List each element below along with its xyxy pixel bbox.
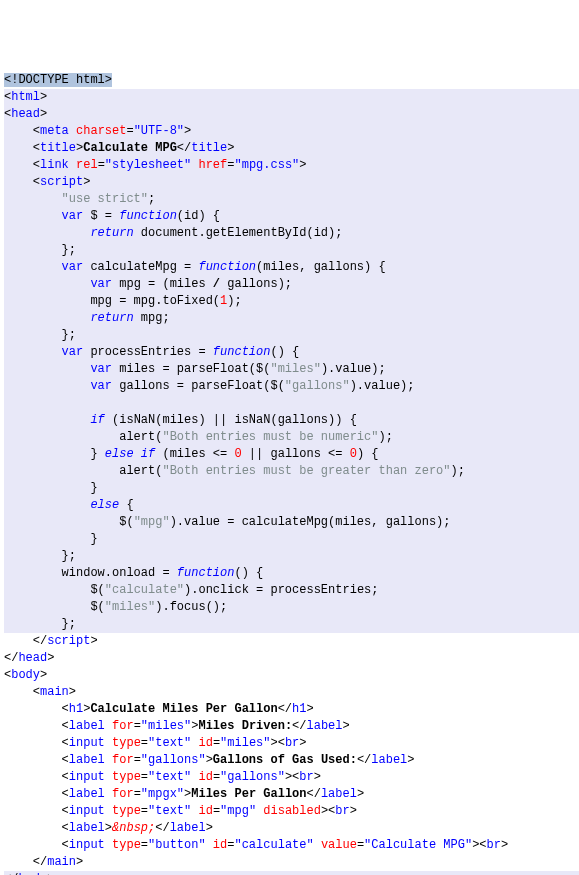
- code-line: <main>: [4, 684, 579, 701]
- code-line: var miles = parseFloat($("miles").value)…: [4, 361, 579, 378]
- code-line: </head>: [4, 650, 579, 667]
- code-line: <label>&nbsp;</label>: [4, 820, 579, 837]
- code-line: <title>Calculate MPG</title>: [4, 140, 579, 157]
- code-line: };: [4, 548, 579, 565]
- code-line: if (isNaN(miles) || isNaN(gallons)) {: [4, 412, 579, 429]
- code-line: }: [4, 531, 579, 548]
- code-line: <meta charset="UTF-8">: [4, 123, 579, 140]
- code-line: }: [4, 480, 579, 497]
- code-line: return document.getElementById(id);: [4, 225, 579, 242]
- code-line: return mpg;: [4, 310, 579, 327]
- code-line: var mpg = (miles / gallons);: [4, 276, 579, 293]
- code-line: <input type="text" id="miles"><br>: [4, 735, 579, 752]
- code-line: <input type="text" id="mpg" disabled><br…: [4, 803, 579, 820]
- code-line: $("calculate").onclick = processEntries;: [4, 582, 579, 599]
- code-line: </body>: [4, 871, 579, 875]
- code-line: </script>: [4, 633, 579, 650]
- code-line: var calculateMpg = function(miles, gallo…: [4, 259, 579, 276]
- code-line: <head>: [4, 106, 579, 123]
- code-line: "use strict";: [4, 191, 579, 208]
- code-line: mpg = mpg.toFixed(1);: [4, 293, 579, 310]
- code-line: window.onload = function() {: [4, 565, 579, 582]
- code-line: <input type="text" id="gallons"><br>: [4, 769, 579, 786]
- code-line: <label for="gallons">Gallons of Gas Used…: [4, 752, 579, 769]
- code-line: <label for="miles">Miles Driven:</label>: [4, 718, 579, 735]
- code-line: var processEntries = function() {: [4, 344, 579, 361]
- code-line: var gallons = parseFloat($("gallons").va…: [4, 378, 579, 395]
- code-line: };: [4, 242, 579, 259]
- code-line: <input type="button" id="calculate" valu…: [4, 837, 579, 854]
- code-line: alert("Both entries must be greater than…: [4, 463, 579, 480]
- code-line: <html>: [4, 89, 579, 106]
- code-line: <link rel="stylesheet" href="mpg.css">: [4, 157, 579, 174]
- code-line: var $ = function(id) {: [4, 208, 579, 225]
- code-editor: <!DOCTYPE html><html><head> <meta charse…: [4, 72, 579, 875]
- code-line: <!DOCTYPE html>: [4, 72, 579, 89]
- code-line: </main>: [4, 854, 579, 871]
- code-line: <body>: [4, 667, 579, 684]
- code-line: $("miles").focus();: [4, 599, 579, 616]
- code-line: [4, 395, 579, 412]
- code-line: };: [4, 327, 579, 344]
- code-line: else {: [4, 497, 579, 514]
- code-line: $("mpg").value = calculateMpg(miles, gal…: [4, 514, 579, 531]
- code-line: };: [4, 616, 579, 633]
- code-line: <script>: [4, 174, 579, 191]
- code-line: } else if (miles <= 0 || gallons <= 0) {: [4, 446, 579, 463]
- code-line: <h1>Calculate Miles Per Gallon</h1>: [4, 701, 579, 718]
- code-line: alert("Both entries must be numeric");: [4, 429, 579, 446]
- code-line: <label for="mpgx">Miles Per Gallon</labe…: [4, 786, 579, 803]
